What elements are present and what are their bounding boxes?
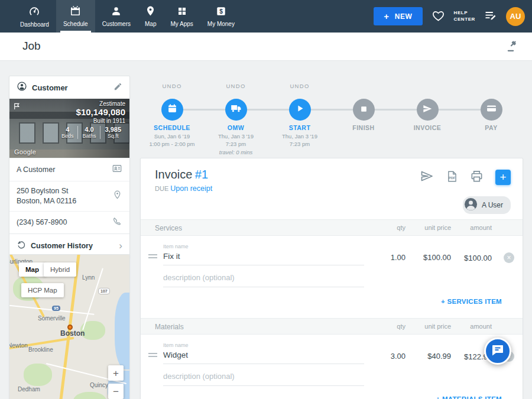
chat-icon (491, 343, 505, 359)
help-center-line1: HELP (454, 10, 476, 17)
pay-step-button[interactable] (481, 99, 502, 121)
stop-icon (360, 105, 368, 115)
service-unit-price-input[interactable] (407, 253, 451, 262)
assigned-user-pill[interactable]: A User (463, 196, 511, 214)
add-services-item-link[interactable]: + SERVICES ITEM (441, 298, 502, 305)
built-year: Built in 1911 (57, 118, 125, 124)
finish-step-button[interactable] (353, 99, 375, 121)
omw-step-button[interactable] (225, 99, 247, 121)
zoom-in-button[interactable]: + (108, 365, 124, 381)
services-section-label: Services (155, 224, 182, 232)
invoice-step-button[interactable] (417, 99, 439, 121)
map-label-lynn: Lynn (82, 274, 95, 281)
nav-item-customers[interactable]: Customers (95, 0, 138, 33)
invoice-number: #1 (195, 168, 208, 181)
job-location-marker[interactable] (67, 325, 73, 330)
drag-handle[interactable] (148, 254, 157, 260)
nav-label: My Money (207, 21, 235, 27)
material-qty-input[interactable] (370, 352, 406, 361)
nav-item-dashboard[interactable]: Dashboard (13, 0, 56, 33)
material-line-item: Item name $122.97 × (141, 339, 523, 373)
step-label: SCHEDULE (140, 124, 204, 131)
app-window: Dashboard Schedule Customers Map My Apps… (0, 0, 532, 399)
material-unit-price-input[interactable] (407, 352, 451, 361)
hybrid-view-button[interactable]: Hybrid (44, 262, 76, 277)
baths-label: Baths (82, 133, 96, 139)
address-line2: Boston, MA 02116 (17, 196, 108, 206)
pdf-icon: PDF (446, 170, 458, 184)
map-label-quincy: Quincy (90, 382, 108, 388)
due-label: DUE (155, 185, 168, 192)
remove-service-item-button[interactable]: × (504, 252, 514, 263)
edit-pencil-icon (113, 82, 122, 93)
timeline-step-start: UNDO START Thu, Jan 3 '19 7:23 pm (268, 77, 332, 157)
user-avatar[interactable]: AU (506, 7, 525, 26)
nav-label: My Apps (170, 21, 193, 27)
page-header: Job (0, 33, 532, 61)
customer-address-row[interactable]: 250 Boylston St Boston, MA 02116 (9, 181, 129, 211)
job-progress-timeline: UNDO SCHEDULE Sun, Jan 6 '19 1:00 pm - 2… (140, 77, 523, 157)
map-label-newton: Newton (9, 342, 28, 349)
services-section-header: Services qty unit price amount (141, 219, 523, 236)
send-invoice-button[interactable] (420, 169, 434, 185)
activity-log-button[interactable] (484, 9, 497, 24)
timeline-step-pay: PAY (459, 77, 523, 157)
service-qty-input[interactable] (370, 253, 406, 262)
map-view-button[interactable]: Map (19, 262, 46, 277)
print-button[interactable] (470, 170, 484, 185)
customer-history-label: Customer History (31, 242, 114, 250)
nav-item-map[interactable]: Map (138, 0, 163, 33)
customer-name-row[interactable]: A Customer (9, 158, 129, 181)
hcp-map-button[interactable]: HCP Map (21, 283, 64, 297)
material-item-name-input[interactable] (163, 349, 364, 364)
add-materials-item-link[interactable]: + MATERIALS ITEM (436, 395, 502, 399)
drag-handle[interactable] (148, 353, 157, 359)
heart-button[interactable] (432, 9, 445, 24)
timeline-step-finish: FINISH (332, 77, 395, 157)
location-pin-icon (112, 190, 122, 202)
customer-name: A Customer (17, 165, 107, 175)
chevron-right-icon: › (119, 241, 122, 251)
undo-omw-button[interactable]: UNDO (204, 83, 268, 89)
top-nav: Dashboard Schedule Customers Map My Apps… (0, 0, 532, 33)
start-step-button[interactable] (289, 99, 311, 121)
nav-item-my-money[interactable]: $ My Money (200, 0, 242, 33)
undo-schedule-button[interactable]: UNDO (140, 83, 204, 89)
main-nav: Dashboard Schedule Customers Map My Apps… (13, 0, 242, 33)
material-description-input[interactable] (163, 371, 364, 386)
item-name-label: Item name (163, 244, 189, 249)
customer-card-title: Customer (32, 83, 109, 92)
nav-label: Schedule (63, 21, 88, 27)
help-center-button[interactable]: HELP CENTER (454, 10, 476, 23)
service-item-name-input[interactable] (163, 251, 364, 265)
undo-start-button[interactable]: UNDO (268, 83, 332, 89)
svg-text:PDF: PDF (449, 176, 456, 180)
job-tools-button[interactable] (506, 40, 519, 54)
zestimate-label: Zestimate (57, 100, 125, 107)
map-terrain (73, 392, 106, 399)
due-value-link[interactable]: Upon receipt (170, 184, 212, 193)
customer-card-header: Customer (9, 76, 129, 99)
chat-launcher-button[interactable] (484, 338, 511, 365)
map-canvas[interactable]: 95 107 Burlington Lynn Somerville Boston… (9, 255, 129, 399)
zoom-out-button[interactable]: − (108, 384, 124, 399)
nav-label: Map (145, 21, 156, 27)
help-center-line2: CENTER (454, 17, 476, 23)
dashboard-icon (28, 5, 40, 20)
schedule-step-button[interactable] (161, 99, 183, 121)
customer-phone-row[interactable]: (234) 567-8900 (9, 211, 129, 233)
new-button[interactable]: + NEW (374, 7, 422, 25)
pdf-button[interactable]: PDF (446, 170, 458, 184)
add-line-item-button[interactable]: + (495, 170, 511, 185)
unit-price-column-header: unit price (424, 224, 451, 231)
unit-price-column-header: unit price (424, 323, 451, 330)
property-photo[interactable]: Zestimate $10,149,080 Built in 1911 4 Be… (9, 99, 129, 158)
address-line1: 250 Boylston St (17, 186, 108, 196)
materials-section-header: Materials qty unit price amount (141, 318, 523, 335)
service-description-input[interactable] (163, 272, 364, 287)
nav-item-schedule[interactable]: Schedule (56, 0, 95, 33)
step-label: INVOICE (395, 124, 459, 131)
nav-item-my-apps[interactable]: My Apps (163, 0, 200, 33)
beds-value: 4 (61, 126, 74, 133)
edit-customer-button[interactable] (113, 82, 122, 93)
